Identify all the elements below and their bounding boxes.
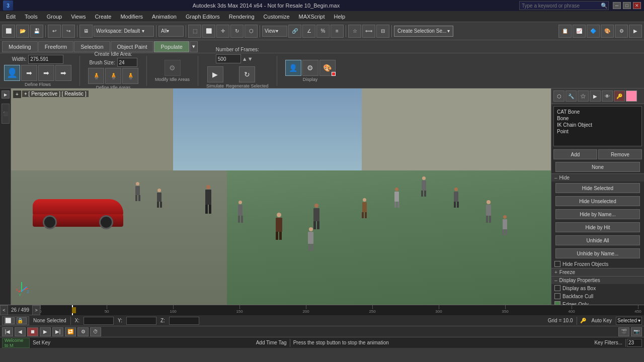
- tab-modeling[interactable]: Modeling: [2, 41, 38, 52]
- idle-icon-1[interactable]: 🧍: [88, 68, 104, 84]
- hide-selected-button[interactable]: Hide Selected: [555, 183, 640, 193]
- go-start-button[interactable]: |◀: [2, 327, 13, 336]
- display-icon-1[interactable]: 👤: [285, 60, 301, 76]
- simulate-icon[interactable]: ▶: [207, 66, 223, 82]
- freeze-collapse-button[interactable]: +: [554, 269, 557, 275]
- loop-button[interactable]: 🔁: [65, 327, 76, 336]
- remove-button[interactable]: Remove: [598, 149, 642, 159]
- search-bar[interactable]: 🔍: [519, 1, 609, 10]
- rp-icon-motion[interactable]: ▶: [590, 90, 601, 102]
- undo-button[interactable]: ↩: [48, 25, 61, 38]
- mirror-button[interactable]: ⟺: [362, 25, 375, 38]
- create-flow-icon[interactable]: 👤: [4, 65, 20, 81]
- display-props-collapse-button[interactable]: –: [554, 278, 557, 283]
- idle-icon-2[interactable]: 🧍: [105, 68, 121, 84]
- snaps-toggle[interactable]: 🔗: [288, 25, 301, 38]
- layer-manager-button[interactable]: 📋: [558, 25, 572, 38]
- create-selection-button[interactable]: Create Selection Se... ▾: [394, 26, 453, 37]
- none-button[interactable]: None: [555, 162, 640, 172]
- display-color-icon[interactable]: 🎨: [319, 60, 336, 76]
- selected-dropdown[interactable]: Selected ▾: [616, 317, 642, 325]
- add-time-tag-label[interactable]: Add Time Tag: [254, 340, 289, 345]
- hide-unselected-button[interactable]: Hide Unselected: [555, 196, 640, 206]
- tab-object-paint[interactable]: Object Paint: [111, 41, 154, 52]
- workspace-dropdown[interactable]: Workspace: Default ▾: [94, 26, 154, 37]
- key-filters-label[interactable]: Key Filters...: [592, 340, 624, 345]
- render-frame-button[interactable]: ▶: [629, 25, 642, 38]
- timeline-track[interactable]: 0 50 100 150 200 250 300 350 400 450: [40, 305, 644, 315]
- stop-button[interactable]: ⏹: [27, 327, 38, 336]
- menu-tools[interactable]: Tools: [21, 13, 42, 21]
- regenerate-icon[interactable]: ↻: [239, 66, 255, 82]
- viewport[interactable]: + + [ Perspective ] [ Realistic ] Y X Z: [11, 88, 551, 305]
- display-icon-2[interactable]: ⚙: [302, 60, 318, 76]
- anim-mode-button[interactable]: ⚙: [77, 327, 89, 336]
- new-button[interactable]: ⬜: [2, 25, 15, 38]
- sidebar-animation-indicator[interactable]: ⬛: [2, 104, 10, 124]
- unhide-all-button[interactable]: Unhide All: [555, 235, 640, 245]
- timeline-next-button[interactable]: >: [32, 305, 40, 315]
- material-editor-button[interactable]: 🎨: [601, 25, 614, 38]
- idle-icon-3[interactable]: 🧍: [122, 68, 138, 84]
- redo-button[interactable]: ↪: [62, 25, 75, 38]
- named-sel-button[interactable]: ☆: [348, 25, 361, 38]
- spinner-snap[interactable]: ≡: [331, 25, 344, 38]
- minimize-button[interactable]: ─: [613, 2, 621, 9]
- rp-icon-utilities[interactable]: 🔑: [614, 90, 625, 102]
- render-setup-button[interactable]: 🖥: [79, 25, 93, 38]
- modify-idle-icon[interactable]: ⚙: [165, 60, 181, 76]
- save-button[interactable]: 💾: [30, 25, 43, 38]
- close-button[interactable]: ✕: [633, 2, 641, 9]
- hide-collapse-button[interactable]: –: [554, 175, 557, 180]
- search-input[interactable]: [520, 2, 600, 10]
- menu-modifiers[interactable]: Modifiers: [116, 13, 147, 21]
- menu-views[interactable]: Views: [67, 13, 90, 21]
- prev-frame-button[interactable]: ◀: [15, 327, 26, 336]
- timeline-prev-button[interactable]: <: [0, 305, 8, 315]
- sidebar-btn-1[interactable]: ▶: [2, 90, 10, 99]
- schematic-view-button[interactable]: 🔷: [587, 25, 600, 38]
- menu-customize[interactable]: Customize: [260, 13, 294, 21]
- menu-rendering[interactable]: Rendering: [225, 13, 259, 21]
- select-scale-button[interactable]: ⬡: [245, 25, 258, 38]
- menu-edit[interactable]: Edit: [2, 13, 20, 21]
- hide-by-name-button[interactable]: Hide by Name...: [555, 209, 640, 219]
- tab-populate[interactable]: Populate: [154, 41, 189, 52]
- rp-color-swatch[interactable]: [626, 90, 637, 102]
- rp-icon-display[interactable]: 👁: [602, 90, 613, 102]
- render-anim-button[interactable]: 🎬: [618, 327, 629, 336]
- curve-editor-button[interactable]: 📈: [573, 25, 586, 38]
- frame-input[interactable]: [627, 339, 642, 347]
- render-setup-button2[interactable]: ⚙: [615, 25, 628, 38]
- render-still-button[interactable]: 📷: [631, 327, 642, 336]
- menu-graph-editors[interactable]: Graph Editors: [182, 13, 224, 21]
- bone-list-item-point[interactable]: Point: [556, 128, 639, 135]
- align-button[interactable]: ⊟: [376, 25, 389, 38]
- rp-icon-modify[interactable]: 🔧: [566, 90, 577, 102]
- menu-create[interactable]: Create: [91, 13, 115, 21]
- menu-help[interactable]: Help: [330, 13, 350, 21]
- search-icon[interactable]: 🔍: [600, 2, 608, 10]
- edges-only-checkbox[interactable]: [554, 301, 560, 305]
- hide-frozen-checkbox[interactable]: [554, 261, 560, 267]
- time-config-button[interactable]: ⏱: [90, 327, 101, 336]
- frames-input[interactable]: [216, 54, 241, 63]
- selection-filter-dropdown[interactable]: All▾: [158, 26, 184, 37]
- select-rotate-button[interactable]: ↻: [230, 25, 244, 38]
- select-region-button[interactable]: ⬜: [202, 25, 215, 38]
- y-coord-input[interactable]: [126, 317, 156, 325]
- add-button[interactable]: Add: [553, 149, 597, 159]
- select-move-button[interactable]: ✛: [216, 25, 229, 38]
- backface-cull-checkbox[interactable]: [554, 293, 560, 299]
- next-frame-button[interactable]: ▶: [40, 327, 51, 336]
- open-button[interactable]: 📂: [16, 25, 29, 38]
- select-object-button[interactable]: ⬚: [188, 25, 201, 38]
- x-coord-input[interactable]: [84, 317, 114, 325]
- flow-arrow-1[interactable]: ➡: [21, 65, 37, 81]
- flow-arrow-3[interactable]: ➡: [55, 65, 71, 81]
- tab-freeform[interactable]: Freeform: [38, 41, 74, 52]
- view-dropdown[interactable]: View▾: [262, 26, 287, 37]
- window-controls[interactable]: ─ □ ✕: [613, 2, 641, 9]
- brush-size-input[interactable]: [117, 58, 137, 67]
- flow-arrow-2[interactable]: ➡: [38, 65, 54, 81]
